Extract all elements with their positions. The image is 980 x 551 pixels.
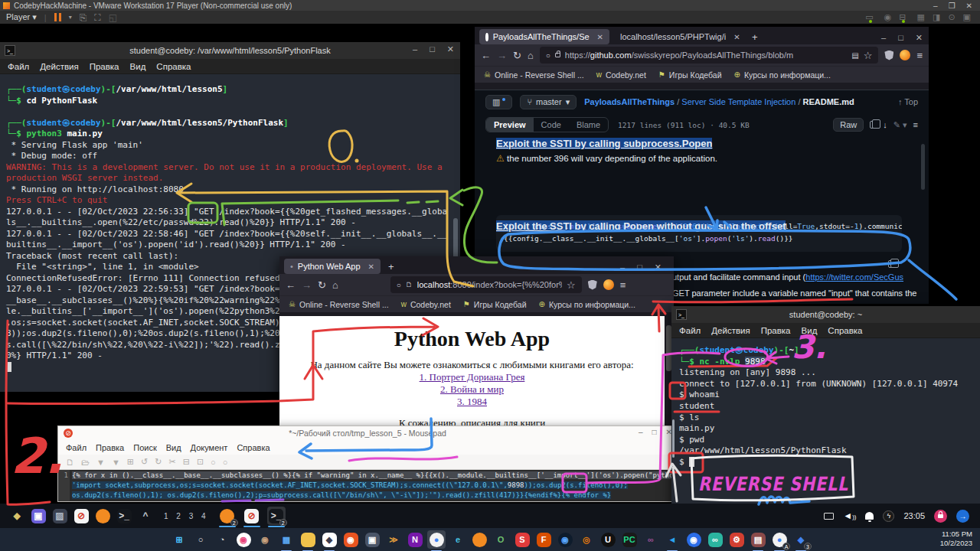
mousepad-launcher-icon[interactable]: ⊘	[72, 507, 90, 525]
terminal-launcher-icon[interactable]: >_	[115, 507, 133, 525]
obsidian-app-icon[interactable]: ◆	[320, 530, 338, 549]
mousepad-toolbar-icon[interactable]: ▼	[112, 458, 120, 467]
reload-icon[interactable]: ↻	[513, 50, 521, 61]
back-to-top-link[interactable]: ↑ Top	[898, 97, 918, 106]
opera-app-icon[interactable]: O	[492, 530, 510, 549]
bookmark-item[interactable]: ☠Online - Reverse Shell ...	[289, 300, 389, 309]
terminal-menu-item[interactable]: Вид	[802, 326, 818, 335]
terminal-window-button[interactable]: >_2	[267, 507, 286, 525]
minimize-button[interactable]: –	[881, 33, 886, 43]
terminal-menu-item[interactable]: Правка	[761, 326, 791, 335]
copy-file-icon[interactable]	[870, 121, 877, 129]
send-ctrl-alt-del-icon[interactable]: ⎘	[80, 12, 87, 23]
book-link-1[interactable]: 1. Портрет Дориана Грея	[420, 371, 525, 383]
outline-icon[interactable]: ≡	[913, 120, 918, 129]
portrait-app-icon[interactable]: ◉	[256, 530, 274, 549]
maps-app-icon[interactable]: ◈3	[792, 530, 810, 549]
close-button[interactable]: ✕	[447, 44, 454, 54]
back-icon[interactable]: ←	[481, 50, 491, 61]
scrollbar-thumb[interactable]	[921, 144, 925, 190]
book-link-2[interactable]: 2. Война и мир	[440, 383, 504, 395]
mousepad-toolbar-icon[interactable]: 🗁	[81, 458, 90, 467]
onenote-icon[interactable]: N	[406, 530, 424, 549]
performance-widget-icon[interactable]: ◔	[213, 530, 231, 549]
tab-python-web-app[interactable]: • Python Web App ✕	[284, 259, 381, 274]
tab-localhost-phptwig[interactable]: localhost/lesson5/PHPTwig/i ✕	[614, 29, 744, 44]
terminal-menu-item[interactable]: Действия	[40, 62, 78, 71]
power-manager-icon[interactable]: ϟ	[883, 510, 894, 522]
bookmark-item[interactable]: ⚑Игры Кодебай	[658, 70, 722, 80]
pocket-shield-icon[interactable]	[588, 280, 597, 290]
logout-icon[interactable]: →	[956, 510, 969, 523]
fullscreen-icon[interactable]: ⛶	[94, 12, 100, 23]
reader-mode-icon[interactable]: ▤	[851, 51, 858, 60]
copy-code-icon[interactable]	[888, 260, 895, 268]
pause-dropdown-icon[interactable]: ▾	[69, 14, 72, 21]
vmware-maximize-button[interactable]: ❐	[949, 2, 956, 10]
menu-icon[interactable]: ≡	[620, 279, 626, 291]
search-icon[interactable]: ○	[191, 530, 210, 549]
maximize-button[interactable]: □	[652, 428, 657, 436]
bookmark-item[interactable]: wCodeby.net	[596, 70, 646, 80]
firefox-account-icon[interactable]	[603, 279, 614, 290]
tab-close-icon[interactable]: ✕	[368, 262, 374, 271]
branch-selector-button[interactable]: ⑂ master ▾	[520, 95, 577, 109]
terminal-left-titlebar[interactable]: >_ student@codeby: /var/www/html/lesson5…	[0, 42, 460, 59]
mousepad-menu-item[interactable]: Вид	[166, 443, 181, 452]
tracking-shield-icon[interactable]: ○	[546, 51, 550, 60]
vmware-close-button[interactable]: ✕	[966, 2, 972, 10]
expand-arrow-icon[interactable]: ^	[136, 507, 155, 525]
bookmark-item[interactable]: ⚑Игры Кодебай	[463, 300, 527, 309]
mousepad-toolbar-icon[interactable]: ↺	[141, 457, 148, 467]
payload-text[interactable]: {% for x in ().__class__.__base__.__subc…	[70, 470, 677, 501]
terminal-menu-item[interactable]: Правка	[90, 62, 119, 71]
color-wheel-app-icon[interactable]: ◉	[234, 530, 253, 549]
mousepad-menu-item[interactable]: Файл	[66, 443, 87, 452]
mousepad-toolbar-icon[interactable]: ○	[211, 458, 216, 467]
maximize-button[interactable]: □	[637, 262, 642, 272]
pin-app-icon[interactable]: ◉	[684, 530, 703, 549]
new-tab-button[interactable]: +	[752, 31, 758, 43]
terminal-right-titlebar[interactable]: >_ student@codeby: ~	[671, 306, 980, 323]
tab-code[interactable]: Code	[534, 118, 569, 132]
mousepad-toolbar-icon[interactable]: 🗋	[66, 458, 74, 467]
terminal-menu-item[interactable]: Файл	[8, 62, 29, 71]
breadcrumb-repo-link[interactable]: PayloadsAllTheThings	[584, 97, 675, 106]
reload-icon[interactable]: ↻	[318, 279, 326, 291]
mousepad-window-button[interactable]: ⊘	[243, 507, 261, 525]
visual-studio-icon[interactable]: ∞	[642, 530, 660, 549]
scrollbar-thumb[interactable]	[666, 325, 671, 371]
ubuntu-app-icon[interactable]: ◉	[341, 530, 360, 549]
mousepad-toolbar-icon[interactable]: ⊟	[183, 457, 190, 467]
sphere-app-icon[interactable]: ◉	[556, 530, 574, 549]
new-tab-button[interactable]: +	[388, 261, 394, 272]
forward-icon[interactable]: →	[302, 279, 312, 291]
file-manager-icon[interactable]: ▨	[51, 507, 69, 525]
mousepad-titlebar[interactable]: ⊘ *~/Рабочий стол/tmp_lesson_5 - Mousepa…	[58, 426, 677, 440]
file-explorer-icon[interactable]	[299, 530, 317, 549]
pycharm-icon[interactable]: PC	[620, 530, 639, 549]
terminal-menu-item[interactable]: Справка	[828, 326, 862, 335]
mousepad-toolbar-icon[interactable]: ⊞	[127, 457, 134, 467]
url-bar[interactable]: ○ https://github.com/swisskyrepo/Payload…	[540, 47, 879, 64]
url-bar[interactable]: ○ 🗋 localhost:8080/index?book={%%20for%2…	[390, 276, 582, 293]
mousepad-menu-item[interactable]: Поиск	[133, 443, 156, 452]
firefox-launcher-icon[interactable]	[93, 507, 112, 525]
bookmark-item[interactable]: ☠Online - Reverse Shell ...	[484, 70, 584, 80]
tab-preview[interactable]: Preview	[486, 118, 534, 132]
bookmark-star-icon[interactable]: ☆	[864, 50, 873, 61]
adobe-f-app-icon[interactable]: F	[534, 530, 553, 549]
home-icon[interactable]: ⌂	[332, 279, 338, 291]
terminal-menu-item[interactable]: Файл	[679, 326, 701, 335]
teal-app-icon[interactable]: ∞	[706, 530, 724, 549]
firefox-icon[interactable]	[470, 530, 488, 549]
minimize-button[interactable]: –	[639, 428, 643, 436]
terminal-menu-item[interactable]: Справка	[156, 62, 191, 71]
vm-clock[interactable]: 23:05	[903, 511, 925, 520]
tab-blame[interactable]: Blame	[569, 118, 608, 132]
display-tray-icon[interactable]	[824, 513, 834, 520]
bookmark-star-icon[interactable]: ☆	[567, 279, 576, 291]
close-button[interactable]: ✕	[655, 262, 662, 272]
bookmark-item[interactable]: ⊕Курсы по информаци...	[539, 300, 635, 309]
sidebar-toggle-icon[interactable]: ▥	[485, 95, 512, 109]
